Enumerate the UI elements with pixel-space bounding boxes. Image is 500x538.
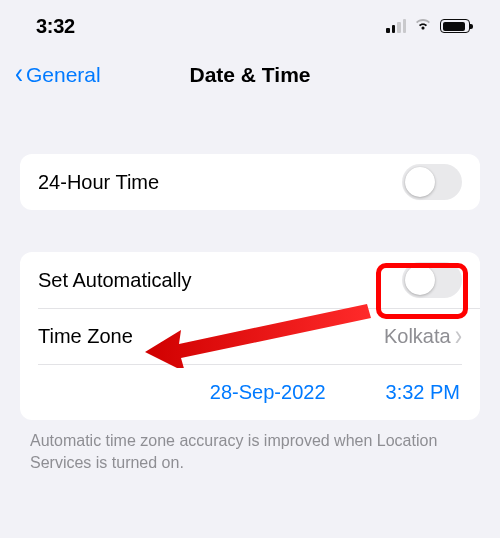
- row-24-hour-time: 24-Hour Time: [20, 154, 480, 210]
- status-time: 3:32: [36, 15, 75, 38]
- wifi-icon: [413, 17, 433, 35]
- battery-icon: [440, 19, 470, 33]
- row-label: 24-Hour Time: [38, 171, 159, 194]
- time-zone-value: Kolkata: [384, 325, 451, 348]
- back-button[interactable]: ‹ General: [14, 60, 101, 90]
- chevron-right-icon: ›: [455, 319, 462, 353]
- back-label: General: [26, 63, 101, 87]
- cell-signal-icon: [386, 19, 406, 33]
- row-label: Set Automatically: [38, 269, 191, 292]
- chevron-left-icon: ‹: [15, 58, 23, 88]
- row-label: Time Zone: [38, 325, 133, 348]
- toggle-set-automatically[interactable]: [402, 262, 462, 298]
- time-button[interactable]: 3:32 PM: [386, 381, 460, 404]
- settings-group-2: Set Automatically Time Zone Kolkata › 28…: [20, 252, 480, 420]
- row-time-zone[interactable]: Time Zone Kolkata ›: [20, 308, 480, 364]
- footer-note: Automatic time zone accuracy is improved…: [0, 420, 500, 473]
- date-button[interactable]: 28-Sep-2022: [210, 381, 326, 404]
- status-bar: 3:32: [0, 0, 500, 52]
- row-date-time: 28-Sep-2022 3:32 PM: [20, 364, 480, 420]
- row-set-automatically: Set Automatically: [20, 252, 480, 308]
- toggle-24-hour-time[interactable]: [402, 164, 462, 200]
- status-indicators: [386, 17, 470, 35]
- settings-group-1: 24-Hour Time: [20, 154, 480, 210]
- nav-bar: ‹ General Date & Time: [0, 52, 500, 98]
